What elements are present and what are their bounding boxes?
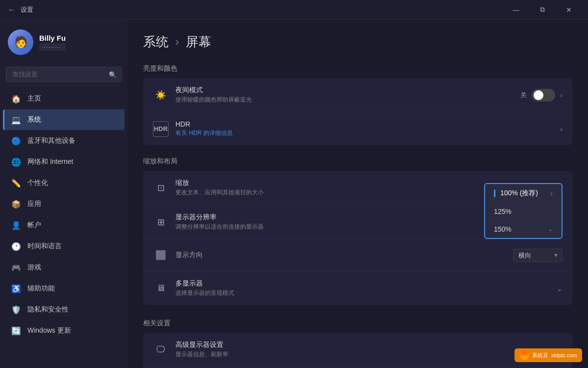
night-mode-control: 关 › xyxy=(520,89,563,102)
scale-dropdown[interactable]: 100% (推荐) › 125% 150% xyxy=(484,183,563,239)
advanced-display-text: 高级显示器设置 显示器信息、刷新率 xyxy=(175,341,560,359)
restore-button[interactable]: ⧉ xyxy=(531,2,554,18)
sidebar-item-system[interactable]: 💻 系统 xyxy=(3,109,124,130)
bluetooth-icon: 🔵 xyxy=(11,135,22,146)
close-button[interactable]: ✕ xyxy=(558,2,580,18)
search-icon: 🔍 xyxy=(109,71,117,78)
page-header: 系统 › 屏幕 xyxy=(143,33,572,51)
brightness-section-title: 亮度和颜色 xyxy=(143,64,572,73)
user-subtitle: ··········· xyxy=(39,43,66,51)
scale-icon: ⊡ xyxy=(153,180,169,196)
scale-option-150-inner: 150% xyxy=(494,225,512,233)
privacy-icon: 🛡️ xyxy=(11,304,22,315)
avatar-image: 🧑 xyxy=(8,29,33,55)
orientation-label: 显示方向 xyxy=(175,251,513,260)
user-name: Billy Fu xyxy=(39,34,66,42)
night-mode-label: 夜间模式 xyxy=(175,86,520,95)
orientation-icon: ⬜ xyxy=(153,247,169,263)
sidebar-item-gaming[interactable]: 🎮 游戏 xyxy=(3,257,124,278)
user-info: Billy Fu ··········· xyxy=(39,34,66,51)
advanced-display-label: 高级显示器设置 xyxy=(175,341,560,349)
sidebar-item-bluetooth[interactable]: 🔵 蓝牙和其他设备 xyxy=(3,131,124,151)
orientation-select[interactable]: 横向 纵向 横向(翻转) 纵向(翻转) xyxy=(513,249,563,262)
multi-display-label: 多显示器 xyxy=(175,279,557,288)
night-mode-row[interactable]: ☀️ 夜间模式 使用较暖的颜色帮助屏蔽蓝光 关 › xyxy=(143,78,572,112)
watermark-logo xyxy=(519,350,529,360)
scale-option-100-inner: 100% (推荐) xyxy=(494,189,538,198)
title-bar-left: ← 设置 xyxy=(8,5,33,14)
orient-wrapper: 横向 纵向 横向(翻转) 纵向(翻转) ▼ xyxy=(513,249,563,262)
sidebar-item-privacy[interactable]: 🛡️ 隐私和安全性 xyxy=(3,299,124,320)
toggle-knob xyxy=(534,90,543,100)
scale-card: ⊡ 缩放 更改文本、应用和其他项目的大小 100% (推荐) › xyxy=(143,171,572,305)
scale-option-150-label: 150% xyxy=(494,225,512,233)
night-mode-icon: ☀️ xyxy=(153,87,169,103)
multi-display-icon: 🖥 xyxy=(153,281,169,296)
scale-option-125[interactable]: 125% xyxy=(485,203,562,220)
network-icon: 🌐 xyxy=(11,157,22,167)
windows_update-icon: 🔄 xyxy=(11,325,22,336)
window-controls: — ⧉ ✕ xyxy=(505,2,580,18)
hdr-control: › xyxy=(560,125,563,133)
personalize-label: 个性化 xyxy=(27,179,48,187)
multi-display-chevron: ⌄ xyxy=(557,285,563,292)
scale-option-125-inner: 125% xyxy=(494,208,512,215)
scale-row[interactable]: ⊡ 缩放 更改文本、应用和其他项目的大小 100% (推荐) › xyxy=(143,171,572,205)
sidebar: 🧑 Billy Fu ··········· 🔍 🏠 主页 💻 系统 🔵 蓝牙和… xyxy=(0,20,127,368)
hdr-chevron: › xyxy=(560,125,563,133)
system-icon: 💻 xyxy=(11,114,22,125)
breadcrumb-current: 屏幕 xyxy=(186,33,211,51)
sidebar-item-home[interactable]: 🏠 主页 xyxy=(3,88,124,109)
back-button[interactable]: ← xyxy=(8,5,16,14)
apps-icon: 📦 xyxy=(11,199,22,210)
related-section: 相关设置 🖵 高级显示器设置 显示器信息、刷新率 › 🎮 xyxy=(143,319,572,368)
time-label: 时间和语言 xyxy=(27,242,62,251)
minimize-button[interactable]: — xyxy=(505,2,527,18)
orientation-text: 显示方向 xyxy=(175,251,513,260)
hdr-icon: HDR xyxy=(153,121,169,137)
gaming-label: 游戏 xyxy=(27,263,41,272)
hdr-row[interactable]: HDR HDR 有关 HDR 的详细信息 › xyxy=(143,112,572,145)
breadcrumb-sep: › xyxy=(175,36,179,49)
multi-display-subtitle: 选择显示器的呈现模式 xyxy=(175,289,557,297)
scale-option-100[interactable]: 100% (推荐) › xyxy=(485,184,562,203)
night-mode-subtitle: 使用较暖的颜色帮助屏蔽蓝光 xyxy=(175,96,520,104)
user-profile[interactable]: 🧑 Billy Fu ··········· xyxy=(0,20,127,63)
system-label: 系统 xyxy=(27,115,41,124)
time-icon: 🕐 xyxy=(11,241,22,252)
related-card: 🖵 高级显示器设置 显示器信息、刷新率 › 🎮 显示卡 xyxy=(143,333,572,368)
sidebar-item-personalize[interactable]: ✏️ 个性化 xyxy=(3,173,124,193)
sidebar-item-time[interactable]: 🕐 时间和语言 xyxy=(3,236,124,257)
accounts-label: 帐户 xyxy=(27,221,41,230)
advanced-display-row[interactable]: 🖵 高级显示器设置 显示器信息、刷新率 › xyxy=(143,333,572,367)
network-label: 网络和 Internet xyxy=(27,158,73,166)
watermark-text: xtdptc.com xyxy=(551,352,577,358)
main-layout: 🧑 Billy Fu ··········· 🔍 🏠 主页 💻 系统 🔵 蓝牙和… xyxy=(0,20,588,368)
hdr-subtitle: 有关 HDR 的详细信息 xyxy=(175,129,560,137)
advanced-display-subtitle: 显示器信息、刷新率 xyxy=(175,350,560,359)
watermark: 系统豆 xtdptc.com xyxy=(514,348,582,362)
night-mode-status: 关 xyxy=(520,91,527,100)
multi-display-text: 多显示器 选择显示器的呈现模式 xyxy=(175,279,557,297)
sidebar-item-accessibility[interactable]: ♿ 辅助功能 xyxy=(3,278,124,299)
bluetooth-label: 蓝牙和其他设备 xyxy=(27,136,75,145)
accounts-icon: 👤 xyxy=(11,220,22,231)
scale-section-title: 缩放和布局 xyxy=(143,157,572,166)
hdr-text: HDR 有关 HDR 的详细信息 xyxy=(175,120,560,137)
sidebar-item-network[interactable]: 🌐 网络和 Internet xyxy=(3,152,124,172)
search-input[interactable] xyxy=(6,67,122,82)
orientation-row[interactable]: ⬜ 显示方向 横向 纵向 横向(翻转) 纵向(翻转) ▼ xyxy=(143,239,572,271)
sidebar-item-accounts[interactable]: 👤 帐户 xyxy=(3,215,124,236)
apps-label: 应用 xyxy=(27,200,41,209)
night-mode-text: 夜间模式 使用较暖的颜色帮助屏蔽蓝光 xyxy=(175,86,520,104)
brightness-card: ☀️ 夜间模式 使用较暖的颜色帮助屏蔽蓝光 关 › HDR HDR xyxy=(143,78,572,145)
home-label: 主页 xyxy=(27,94,41,103)
sidebar-item-apps[interactable]: 📦 应用 xyxy=(3,194,124,214)
accessibility-label: 辅助功能 xyxy=(27,284,55,293)
scale-option-150[interactable]: 150% ⌄ xyxy=(485,220,562,238)
content-area: 系统 › 屏幕 亮度和颜色 ☀️ 夜间模式 使用较暖的颜色帮助屏蔽蓝光 关 › xyxy=(127,20,588,368)
multi-display-row[interactable]: 🖥 多显示器 选择显示器的呈现模式 ⌄ xyxy=(143,271,572,305)
accessibility-icon: ♿ xyxy=(11,283,22,294)
sidebar-item-windows_update[interactable]: 🔄 Windows 更新 xyxy=(3,320,124,341)
night-mode-toggle[interactable] xyxy=(532,89,555,102)
